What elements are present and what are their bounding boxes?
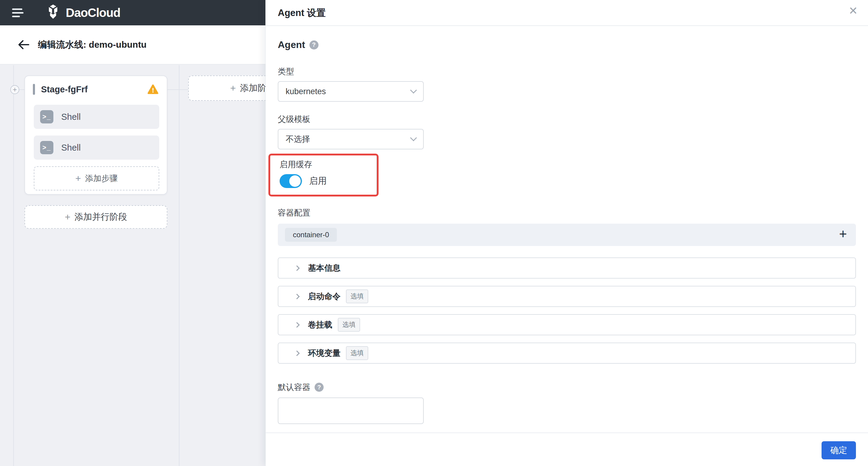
brand-name: DaoCloud [66, 6, 120, 20]
connector-line [167, 89, 189, 90]
chevron-right-icon [294, 322, 300, 327]
parent-template-select[interactable]: 不选择 [278, 129, 424, 149]
section-env-vars[interactable]: 环境变量 选填 [278, 343, 856, 364]
plus-icon: + [75, 174, 81, 183]
app-root: DaoCloud 编辑流水线: demo-ubuntu + Stage-fgFr… [0, 0, 868, 466]
step-shell-2[interactable]: >_ Shell [34, 136, 159, 159]
cache-toggle-label: 启用 [309, 175, 327, 187]
default-container-label: 默认容器 [278, 382, 310, 392]
chevron-right-icon [294, 294, 300, 299]
add-stage-button[interactable]: + 添加阶段 [188, 76, 279, 101]
type-label: 类型 [278, 66, 856, 77]
canvas-rail-left [13, 65, 14, 466]
container-tab[interactable]: container-0 [285, 228, 337, 242]
help-icon[interactable]: ? [309, 40, 318, 50]
daocloud-logo: DaoCloud [44, 4, 120, 21]
drawer-footer: 确定 [266, 433, 868, 466]
section-start-command[interactable]: 启动命令 选填 [278, 286, 856, 307]
section-title: 卷挂载 [308, 319, 332, 330]
chevron-right-icon [294, 265, 300, 271]
chevron-down-icon [410, 87, 417, 93]
parent-template-label: 父级模板 [278, 114, 856, 125]
add-parallel-label: 添加并行阶段 [74, 211, 127, 223]
hamburger-menu-icon[interactable] [12, 7, 24, 18]
terminal-icon: >_ [40, 141, 53, 154]
optional-badge: 选填 [346, 346, 368, 360]
close-icon[interactable]: ✕ [849, 5, 858, 16]
type-select[interactable]: kubernetes [278, 81, 424, 102]
daocloud-cube-icon [44, 4, 62, 21]
section-title: 启动命令 [308, 291, 341, 302]
section-basic-info[interactable]: 基本信息 [278, 258, 856, 279]
plus-icon: + [230, 83, 236, 93]
terminal-icon: >_ [40, 110, 53, 123]
step-shell-1[interactable]: >_ Shell [34, 105, 159, 129]
default-container-input[interactable] [278, 398, 424, 424]
add-step-label: 添加步骤 [85, 173, 118, 184]
agent-settings-drawer: Agent 设置 ✕ Agent ? 类型 kubernetes 父级模板 不选… [266, 0, 868, 466]
confirm-button[interactable]: 确定 [822, 441, 856, 459]
drawer-body: Agent ? 类型 kubernetes 父级模板 不选择 启用缓存 启用 容 [266, 26, 868, 433]
parent-template-select-value: 不选择 [286, 134, 310, 145]
container-config-label: 容器配置 [278, 207, 856, 218]
container-panels: 基本信息 启动命令 选填 卷挂载 选填 环境变量 选填 [278, 258, 856, 364]
chevron-right-icon [294, 350, 300, 356]
warning-icon [148, 84, 158, 94]
agent-section-heading: Agent ? [278, 39, 856, 50]
highlight-box: 启用缓存 启用 [269, 154, 378, 197]
canvas-rail-right [179, 65, 180, 466]
optional-badge: 选填 [338, 318, 360, 332]
optional-badge: 选填 [346, 289, 368, 303]
type-select-value: kubernetes [286, 87, 326, 96]
section-volume-mount[interactable]: 卷挂载 选填 [278, 314, 856, 335]
stage-accent-bar [33, 84, 35, 95]
drawer-header: Agent 设置 ✕ [266, 0, 868, 26]
step-label: Shell [61, 143, 81, 153]
section-title: 环境变量 [308, 348, 341, 358]
toggle-knob [289, 175, 301, 187]
stage-card[interactable]: Stage-fgFrf >_ Shell >_ Shell + 添加步骤 [25, 76, 167, 195]
agent-heading-text: Agent [278, 39, 305, 50]
help-icon[interactable]: ? [315, 383, 323, 392]
section-title: 基本信息 [308, 263, 341, 273]
add-step-button[interactable]: + 添加步骤 [34, 166, 159, 191]
cache-toggle-row: 启用 [280, 174, 371, 188]
add-parallel-stage-button[interactable]: + 添加并行阶段 [25, 205, 167, 229]
drawer-title: Agent 设置 [278, 7, 326, 19]
page-title: 编辑流水线: demo-ubuntu [38, 39, 147, 51]
stage-header: Stage-fgFrf [25, 76, 167, 95]
cache-label: 启用缓存 [280, 159, 371, 170]
container-tabbar: container-0 + [278, 224, 856, 246]
stage-title: Stage-fgFrf [41, 85, 148, 94]
chevron-down-icon [410, 134, 417, 141]
cache-toggle[interactable] [280, 174, 302, 188]
back-arrow-icon[interactable] [17, 38, 30, 51]
add-node-icon[interactable]: + [10, 85, 19, 94]
step-label: Shell [61, 112, 81, 122]
default-container-row: 默认容器 ? [278, 382, 856, 392]
add-container-icon[interactable]: + [839, 227, 847, 240]
plus-icon: + [65, 212, 70, 222]
